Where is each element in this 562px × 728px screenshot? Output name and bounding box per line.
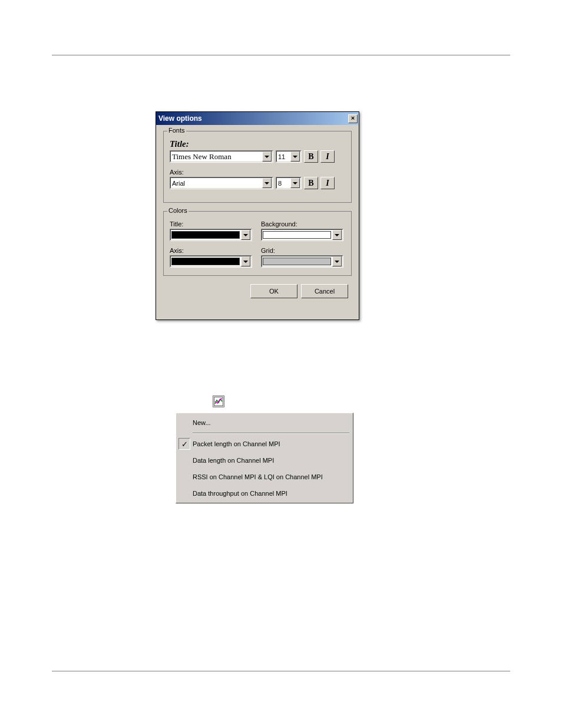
dialog-body: Fonts Title: Times New Roman 11 B I Axis…	[156, 125, 359, 304]
axis-italic-button[interactable]: I	[320, 177, 335, 189]
menu-item-data-throughput[interactable]: Data throughput on Channel MPI	[176, 485, 353, 502]
title-font-value: Times New Roman	[170, 152, 262, 162]
view-options-dialog: View options × Fonts Title: Times New Ro…	[156, 111, 359, 320]
ok-button[interactable]: OK	[250, 284, 297, 298]
dropdown-button[interactable]	[262, 178, 272, 188]
menu-checkmark: ✓	[178, 438, 190, 450]
title-color-label: Title:	[170, 220, 254, 228]
fonts-legend: Fonts	[167, 127, 186, 134]
menu-label: RSSI on Channel MPI & LQI on Channel MPI	[193, 473, 323, 480]
menu-label: Data throughput on Channel MPI	[193, 490, 287, 497]
colors-legend: Colors	[167, 207, 189, 214]
fonts-groupbox: Fonts Title: Times New Roman 11 B I Axis…	[163, 131, 352, 203]
background-color-label: Background:	[261, 220, 345, 228]
menu-item-rssi-lqi[interactable]: RSSI on Channel MPI & LQI on Channel MPI	[176, 469, 353, 485]
dropdown-button[interactable]	[332, 230, 342, 240]
dropdown-button[interactable]	[290, 178, 300, 188]
axis-color-label: Axis:	[170, 247, 254, 254]
grid-color-label: Grid:	[261, 247, 345, 254]
menu-item-packet-length[interactable]: ✓ Packet length on Channel MPI	[176, 436, 353, 452]
menu-label: Packet length on Channel MPI	[193, 440, 280, 447]
axis-size-value: 8	[276, 180, 290, 187]
axis-font-label: Axis:	[170, 169, 345, 176]
page-divider-bottom	[52, 671, 510, 671]
title-font-combo[interactable]: Times New Roman	[170, 150, 273, 163]
title-italic-button[interactable]: I	[320, 150, 335, 163]
chevron-down-icon	[335, 234, 339, 236]
axis-color-combo[interactable]	[170, 255, 252, 268]
title-color-swatch	[171, 231, 240, 239]
chevron-down-icon	[293, 182, 297, 185]
title-font-label: Title:	[170, 139, 345, 149]
title-size-value: 11	[276, 153, 290, 160]
menu-separator	[193, 433, 349, 434]
page-divider-top	[52, 55, 510, 55]
dialog-title: View options	[158, 114, 202, 123]
close-button[interactable]: ×	[348, 114, 358, 123]
grid-color-swatch	[263, 258, 331, 265]
background-color-swatch	[263, 231, 331, 239]
axis-bold-button[interactable]: B	[304, 177, 318, 189]
title-size-combo[interactable]: 11	[276, 150, 302, 163]
grid-color-combo[interactable]	[261, 255, 343, 268]
axis-color-swatch	[171, 258, 240, 265]
chart-views-menu: New... ✓ Packet length on Channel MPI Da…	[176, 413, 353, 503]
dropdown-button[interactable]	[290, 151, 300, 162]
menu-label: New...	[193, 419, 211, 426]
dropdown-button[interactable]	[262, 151, 272, 162]
menu-item-new[interactable]: New...	[176, 414, 353, 431]
chevron-down-icon	[335, 261, 339, 263]
chevron-down-icon	[293, 156, 297, 158]
chevron-down-icon	[265, 156, 269, 158]
axis-font-combo[interactable]: Arial	[170, 177, 273, 189]
close-icon: ×	[351, 114, 355, 121]
dropdown-button[interactable]	[332, 256, 342, 266]
title-color-combo[interactable]	[170, 229, 252, 241]
axis-font-value: Arial	[170, 180, 262, 187]
menu-item-data-length[interactable]: Data length on Channel MPI	[176, 452, 353, 469]
background-color-combo[interactable]	[261, 229, 343, 241]
title-bold-button[interactable]: B	[304, 150, 318, 163]
dropdown-button[interactable]	[241, 230, 250, 240]
cancel-button[interactable]: Cancel	[301, 284, 348, 298]
titlebar: View options ×	[156, 112, 359, 125]
chevron-down-icon	[265, 182, 269, 185]
chart-view-toolbar-icon[interactable]	[213, 396, 224, 407]
axis-size-combo[interactable]: 8	[276, 177, 302, 189]
chevron-down-icon	[243, 234, 248, 236]
colors-groupbox: Colors Title: Background:	[163, 211, 352, 276]
menu-label: Data length on Channel MPI	[193, 457, 274, 464]
dropdown-button[interactable]	[241, 256, 250, 266]
chevron-down-icon	[243, 261, 248, 263]
